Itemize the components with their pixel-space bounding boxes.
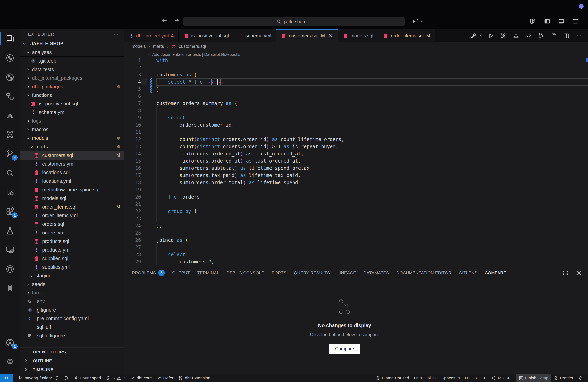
- status-language-mode[interactable]: MS SQL: [489, 374, 516, 382]
- breadcrumb-file[interactable]: customers.sql: [179, 44, 206, 49]
- panel-tab-output[interactable]: OUTPUT: [172, 267, 190, 279]
- activity-item-schema-lineage[interactable]: [0, 87, 20, 106]
- panel-tab-compare[interactable]: COMPARE: [485, 267, 506, 279]
- tree-item-dbt-packages[interactable]: dbt_packages: [20, 82, 124, 91]
- activity-item-remote-explorer[interactable]: [0, 240, 20, 259]
- tree-item-locations-yml[interactable]: !locations.yml: [20, 177, 124, 185]
- history-forward-icon[interactable]: [173, 17, 180, 24]
- section-outline[interactable]: OUTLINE: [20, 356, 124, 365]
- panel-tab-documentation-editor[interactable]: DOCUMENTATION EDITOR: [396, 267, 451, 279]
- panel-tab-debug-console[interactable]: DEBUG CONSOLE: [227, 267, 264, 279]
- breadcrumb-item[interactable]: marts: [153, 44, 164, 49]
- status-cursor-position[interactable]: Ln 4, Col 22: [412, 374, 439, 382]
- split-editor-button[interactable]: [563, 32, 570, 39]
- tree-item-functions[interactable]: functions: [20, 91, 124, 99]
- panel-tab-gitlens[interactable]: GITLENS: [459, 267, 477, 279]
- panel-tab-terminal[interactable]: TERMINAL: [197, 267, 219, 279]
- activity-item-accounts[interactable]: 1: [0, 333, 20, 352]
- tab-models-sql[interactable]: models.sql: [338, 29, 378, 42]
- more-actions-icon[interactable]: [113, 31, 119, 37]
- activity-item-run-and-debug[interactable]: [0, 183, 20, 202]
- tree-item-sqlfluff[interactable]: .sqlfluff: [20, 323, 124, 331]
- tree-item-orders-yml[interactable]: !orders.yml: [20, 228, 124, 237]
- panel-tab-lineage[interactable]: LINEAGE: [337, 267, 356, 279]
- codelens[interactable]: ··· | Add documentation or tests | Datap…: [125, 50, 588, 57]
- tab-is-positive-int-sql[interactable]: is_positive_int.sql: [179, 29, 234, 42]
- toggle-panel-icon[interactable]: [558, 18, 565, 25]
- tree-item-customers-yml[interactable]: !customers.yml: [20, 160, 124, 168]
- status-eol[interactable]: LF: [479, 374, 489, 382]
- run-button[interactable]: [487, 32, 494, 39]
- activity-item-testing[interactable]: [0, 221, 20, 240]
- status-compare-changes[interactable]: [62, 374, 71, 382]
- tree-item-target[interactable]: target: [20, 288, 124, 297]
- toggle-secondary-sidebar-icon[interactable]: [572, 18, 579, 25]
- status-indentation[interactable]: Spaces: 4: [439, 374, 462, 382]
- activity-item-source-control[interactable]: 4: [0, 144, 20, 163]
- activity-item-settings[interactable]: [0, 352, 20, 371]
- tree-item-env[interactable]: .env: [20, 297, 124, 306]
- status-blame[interactable]: Blame Paused: [373, 374, 412, 382]
- add-line-button[interactable]: +: [141, 79, 147, 85]
- tree-item-metricflow-time-spine-sql[interactable]: metricflow_time_spine.sql: [20, 185, 124, 194]
- panel-tab-query-results[interactable]: QUERY RESULTS: [294, 267, 330, 279]
- tree-item-sqlfluffignore[interactable]: .sqlfluffignore: [20, 331, 124, 340]
- code-editor[interactable]: ··· | Add documentation or tests | Datap…: [125, 50, 588, 267]
- status-problems[interactable]: 53: [104, 374, 127, 382]
- datapilot-sm-button[interactable]: [513, 32, 519, 39]
- status-dbt-extension[interactable]: dbt Extension: [176, 374, 213, 382]
- activity-item-search[interactable]: [0, 163, 20, 183]
- status-notifications[interactable]: [576, 374, 586, 382]
- activity-item-github[interactable]: [0, 259, 20, 279]
- activity-item-extensions[interactable]: 1: [0, 202, 20, 221]
- section-timeline[interactable]: TIMELINE: [20, 365, 124, 374]
- tab-dbt-project-yml[interactable]: ! dbt_project.yml 4: [125, 29, 179, 42]
- status-dbt-core[interactable]: dbt core: [127, 374, 154, 382]
- compare-button[interactable]: Compare: [329, 344, 361, 354]
- tree-item-analyses[interactable]: analyses: [20, 48, 124, 57]
- maximize-panel-icon[interactable]: [562, 270, 568, 276]
- status-prettier[interactable]: Prettier: [551, 374, 576, 382]
- status-finish-setup[interactable]: Finish Setup: [516, 374, 551, 382]
- toggle-primary-sidebar-icon[interactable]: [544, 18, 550, 25]
- panel-tab-datamates[interactable]: DATAMATES: [364, 267, 389, 279]
- tree-item-supplies-yml[interactable]: !supplies.yml: [20, 263, 124, 271]
- panel-tabs-overflow[interactable]: ···: [514, 270, 519, 275]
- history-back-icon[interactable]: [161, 17, 168, 24]
- tree-item-gitignore[interactable]: .gitignore: [20, 306, 124, 314]
- search-input[interactable]: [284, 19, 312, 24]
- tree-item-gitkeep[interactable]: .gitkeep: [20, 57, 124, 65]
- tree-item-pre-commit-config-yaml[interactable]: !.pre-commit-config.yaml: [20, 314, 124, 323]
- activity-item-dbt-power-user-alt[interactable]: [0, 279, 20, 298]
- tree-item-is-positive-int-sql[interactable]: is_positive_int.sql: [20, 99, 124, 108]
- tree-item-order-items-sql[interactable]: order_items.sqlM: [20, 203, 124, 211]
- activity-item-datapilot[interactable]: [0, 106, 20, 125]
- dbt-power-user-button[interactable]: [500, 32, 507, 39]
- inline-code-button[interactable]: [525, 32, 532, 39]
- customize-layout-icon[interactable]: [530, 18, 536, 25]
- status-encoding[interactable]: UTF-8: [462, 374, 479, 382]
- close-panel-icon[interactable]: [576, 270, 582, 276]
- activity-item-source-control-remote[interactable]: [0, 68, 20, 87]
- tree-item-models[interactable]: models: [20, 134, 124, 142]
- tab-order-items-sql[interactable]: order_items.sql M: [378, 29, 435, 42]
- tree-item-staging[interactable]: staging: [20, 271, 124, 280]
- pull-request-button[interactable]: [538, 32, 545, 39]
- breadcrumb-item[interactable]: models: [132, 44, 146, 49]
- remote-indicator[interactable]: [0, 374, 13, 382]
- tree-item-models-sql[interactable]: models.sql: [20, 194, 124, 203]
- status-launchpad[interactable]: Launchpad: [71, 374, 104, 382]
- status-branch[interactable]: mwong-fusion*: [16, 374, 62, 382]
- tree-item-schema-yml[interactable]: !schema.yml: [20, 108, 124, 117]
- activity-item-explorer[interactable]: [0, 29, 20, 48]
- build-button[interactable]: [470, 32, 482, 39]
- tab-customers-sql[interactable]: customers.sql M ✕: [276, 29, 337, 42]
- tree-item-customers-sql[interactable]: customers.sqlM: [20, 151, 124, 160]
- activity-item-source-control-graph[interactable]: [0, 48, 20, 68]
- project-root-row[interactable]: JAFFLE-SHOP: [20, 39, 124, 48]
- section-open-editors[interactable]: OPEN EDITORS: [20, 347, 124, 356]
- status-defer[interactable]: Defer: [154, 374, 176, 382]
- query-results-button[interactable]: [550, 32, 557, 39]
- tree-item-products-yml[interactable]: !products.yml: [20, 246, 124, 254]
- tree-item-dbt-internal-packages[interactable]: dbt_internal_packages: [20, 74, 124, 82]
